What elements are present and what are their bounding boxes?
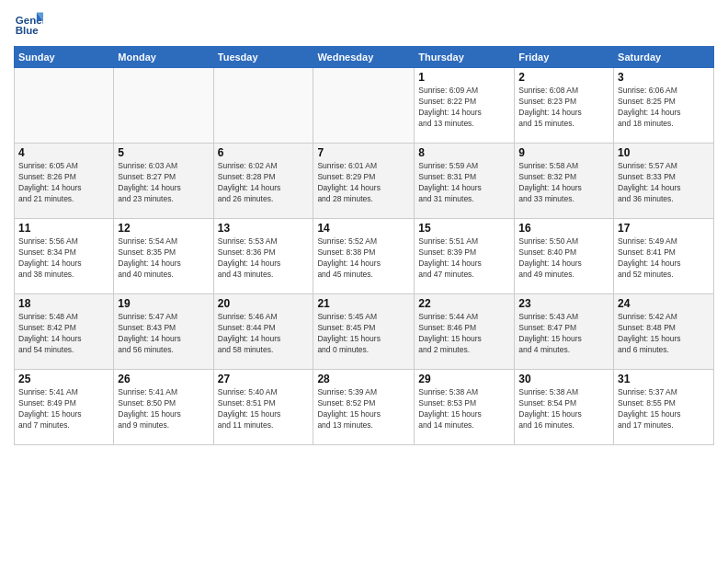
- day-info: Sunrise: 6:06 AM Sunset: 8:25 PM Dayligh…: [618, 86, 710, 130]
- calendar-week-row: 1Sunrise: 6:09 AM Sunset: 8:22 PM Daylig…: [15, 68, 714, 144]
- page-header: General Blue: [14, 9, 714, 39]
- day-info: Sunrise: 6:09 AM Sunset: 8:22 PM Dayligh…: [418, 86, 510, 130]
- calendar-cell: [114, 68, 213, 144]
- day-info: Sunrise: 5:43 AM Sunset: 8:47 PM Dayligh…: [518, 312, 609, 356]
- day-info: Sunrise: 5:38 AM Sunset: 8:54 PM Dayligh…: [518, 387, 609, 431]
- calendar-cell: 13Sunrise: 5:53 AM Sunset: 8:36 PM Dayli…: [213, 219, 313, 294]
- day-info: Sunrise: 6:08 AM Sunset: 8:23 PM Dayligh…: [518, 86, 609, 130]
- day-info: Sunrise: 5:41 AM Sunset: 8:50 PM Dayligh…: [118, 387, 209, 431]
- day-info: Sunrise: 5:52 AM Sunset: 8:38 PM Dayligh…: [317, 236, 410, 281]
- logo: General Blue: [14, 9, 43, 39]
- calendar-week-row: 4Sunrise: 6:05 AM Sunset: 8:26 PM Daylig…: [15, 144, 714, 219]
- calendar-cell: 17Sunrise: 5:49 AM Sunset: 8:41 PM Dayli…: [614, 219, 714, 294]
- day-number: 23: [518, 297, 609, 310]
- day-number: 11: [18, 222, 109, 235]
- calendar-cell: 24Sunrise: 5:42 AM Sunset: 8:48 PM Dayli…: [614, 294, 714, 370]
- day-info: Sunrise: 5:48 AM Sunset: 8:42 PM Dayligh…: [18, 312, 109, 356]
- day-info: Sunrise: 6:02 AM Sunset: 8:28 PM Dayligh…: [218, 161, 310, 205]
- calendar-week-row: 11Sunrise: 5:56 AM Sunset: 8:34 PM Dayli…: [15, 219, 714, 294]
- day-info: Sunrise: 6:05 AM Sunset: 8:26 PM Dayligh…: [18, 161, 109, 205]
- day-info: Sunrise: 5:56 AM Sunset: 8:34 PM Dayligh…: [18, 236, 109, 281]
- day-number: 14: [317, 222, 410, 235]
- day-info: Sunrise: 5:47 AM Sunset: 8:43 PM Dayligh…: [118, 312, 209, 356]
- calendar-cell: [313, 68, 415, 144]
- day-info: Sunrise: 5:44 AM Sunset: 8:46 PM Dayligh…: [418, 312, 510, 356]
- day-info: Sunrise: 5:59 AM Sunset: 8:31 PM Dayligh…: [418, 161, 510, 205]
- day-info: Sunrise: 5:45 AM Sunset: 8:45 PM Dayligh…: [317, 312, 410, 356]
- calendar-cell: 30Sunrise: 5:38 AM Sunset: 8:54 PM Dayli…: [515, 370, 614, 445]
- day-info: Sunrise: 5:41 AM Sunset: 8:49 PM Dayligh…: [18, 387, 109, 431]
- calendar-cell: 28Sunrise: 5:39 AM Sunset: 8:52 PM Dayli…: [313, 370, 415, 445]
- day-number: 22: [418, 297, 510, 310]
- day-info: Sunrise: 5:37 AM Sunset: 8:55 PM Dayligh…: [618, 387, 710, 431]
- day-number: 28: [317, 373, 410, 385]
- day-number: 9: [518, 146, 609, 159]
- calendar-table: SundayMondayTuesdayWednesdayThursdayFrid…: [14, 46, 714, 445]
- day-info: Sunrise: 5:39 AM Sunset: 8:52 PM Dayligh…: [317, 387, 410, 431]
- calendar-cell: 23Sunrise: 5:43 AM Sunset: 8:47 PM Dayli…: [515, 294, 614, 370]
- calendar-cell: [213, 68, 313, 144]
- col-header-friday: Friday: [515, 47, 614, 68]
- calendar-cell: 3Sunrise: 6:06 AM Sunset: 8:25 PM Daylig…: [614, 68, 714, 144]
- calendar-cell: 19Sunrise: 5:47 AM Sunset: 8:43 PM Dayli…: [114, 294, 213, 370]
- col-header-sunday: Sunday: [15, 47, 114, 68]
- calendar-cell: 27Sunrise: 5:40 AM Sunset: 8:51 PM Dayli…: [213, 370, 313, 445]
- calendar-cell: 12Sunrise: 5:54 AM Sunset: 8:35 PM Dayli…: [114, 219, 213, 294]
- day-info: Sunrise: 5:38 AM Sunset: 8:53 PM Dayligh…: [418, 387, 510, 431]
- day-info: Sunrise: 5:46 AM Sunset: 8:44 PM Dayligh…: [218, 312, 310, 356]
- day-number: 25: [18, 373, 109, 385]
- day-info: Sunrise: 5:40 AM Sunset: 8:51 PM Dayligh…: [218, 387, 310, 431]
- day-info: Sunrise: 5:54 AM Sunset: 8:35 PM Dayligh…: [118, 236, 209, 281]
- col-header-wednesday: Wednesday: [313, 47, 415, 68]
- calendar-cell: 5Sunrise: 6:03 AM Sunset: 8:27 PM Daylig…: [114, 144, 213, 219]
- day-info: Sunrise: 5:50 AM Sunset: 8:40 PM Dayligh…: [518, 236, 609, 281]
- day-info: Sunrise: 5:53 AM Sunset: 8:36 PM Dayligh…: [218, 236, 310, 281]
- day-info: Sunrise: 6:03 AM Sunset: 8:27 PM Dayligh…: [118, 161, 209, 205]
- day-number: 18: [18, 297, 109, 310]
- day-number: 29: [418, 373, 510, 385]
- col-header-thursday: Thursday: [415, 47, 515, 68]
- calendar-cell: 21Sunrise: 5:45 AM Sunset: 8:45 PM Dayli…: [313, 294, 415, 370]
- calendar-cell: 2Sunrise: 6:08 AM Sunset: 8:23 PM Daylig…: [515, 68, 614, 144]
- calendar-cell: 8Sunrise: 5:59 AM Sunset: 8:31 PM Daylig…: [415, 144, 515, 219]
- day-number: 26: [118, 373, 209, 385]
- day-number: 10: [618, 146, 710, 159]
- calendar-header-row: SundayMondayTuesdayWednesdayThursdayFrid…: [15, 47, 714, 68]
- svg-text:Blue: Blue: [16, 25, 40, 36]
- calendar-cell: 20Sunrise: 5:46 AM Sunset: 8:44 PM Dayli…: [213, 294, 313, 370]
- calendar-cell: [15, 68, 114, 144]
- calendar-cell: 26Sunrise: 5:41 AM Sunset: 8:50 PM Dayli…: [114, 370, 213, 445]
- day-number: 24: [618, 297, 710, 310]
- day-number: 6: [218, 146, 310, 159]
- calendar-cell: 10Sunrise: 5:57 AM Sunset: 8:33 PM Dayli…: [614, 144, 714, 219]
- day-number: 13: [218, 222, 310, 235]
- day-number: 21: [317, 297, 410, 310]
- day-number: 15: [418, 222, 510, 235]
- calendar-cell: 29Sunrise: 5:38 AM Sunset: 8:53 PM Dayli…: [415, 370, 515, 445]
- day-info: Sunrise: 5:51 AM Sunset: 8:39 PM Dayligh…: [418, 236, 510, 281]
- calendar-cell: 6Sunrise: 6:02 AM Sunset: 8:28 PM Daylig…: [213, 144, 313, 219]
- calendar-cell: 1Sunrise: 6:09 AM Sunset: 8:22 PM Daylig…: [415, 68, 515, 144]
- day-number: 2: [518, 71, 609, 84]
- day-number: 7: [317, 146, 410, 159]
- calendar-cell: 16Sunrise: 5:50 AM Sunset: 8:40 PM Dayli…: [515, 219, 614, 294]
- day-info: Sunrise: 6:01 AM Sunset: 8:29 PM Dayligh…: [317, 161, 410, 205]
- calendar-cell: 18Sunrise: 5:48 AM Sunset: 8:42 PM Dayli…: [15, 294, 114, 370]
- calendar-cell: 31Sunrise: 5:37 AM Sunset: 8:55 PM Dayli…: [614, 370, 714, 445]
- day-number: 8: [418, 146, 510, 159]
- calendar-cell: 22Sunrise: 5:44 AM Sunset: 8:46 PM Dayli…: [415, 294, 515, 370]
- day-info: Sunrise: 5:58 AM Sunset: 8:32 PM Dayligh…: [518, 161, 609, 205]
- day-info: Sunrise: 5:49 AM Sunset: 8:41 PM Dayligh…: [618, 236, 710, 281]
- col-header-saturday: Saturday: [614, 47, 714, 68]
- calendar-cell: 25Sunrise: 5:41 AM Sunset: 8:49 PM Dayli…: [15, 370, 114, 445]
- day-number: 3: [618, 71, 710, 84]
- calendar-cell: 7Sunrise: 6:01 AM Sunset: 8:29 PM Daylig…: [313, 144, 415, 219]
- col-header-monday: Monday: [114, 47, 213, 68]
- calendar-page: General Blue SundayMondayTuesdayWednesda…: [0, 0, 728, 563]
- calendar-cell: 4Sunrise: 6:05 AM Sunset: 8:26 PM Daylig…: [15, 144, 114, 219]
- calendar-cell: 14Sunrise: 5:52 AM Sunset: 8:38 PM Dayli…: [313, 219, 415, 294]
- calendar-cell: 15Sunrise: 5:51 AM Sunset: 8:39 PM Dayli…: [415, 219, 515, 294]
- day-number: 16: [518, 222, 609, 235]
- calendar-cell: 11Sunrise: 5:56 AM Sunset: 8:34 PM Dayli…: [15, 219, 114, 294]
- day-number: 27: [218, 373, 310, 385]
